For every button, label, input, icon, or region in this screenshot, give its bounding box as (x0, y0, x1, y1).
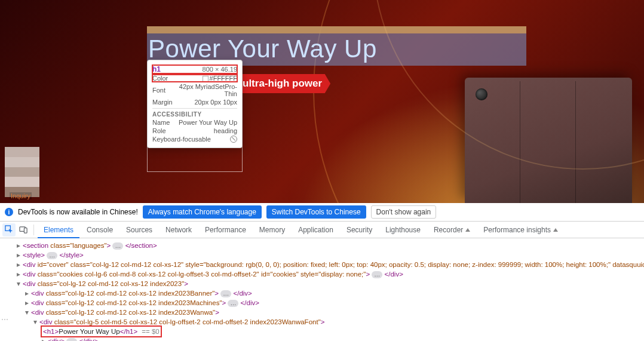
ellipsis-icon[interactable]: … (112, 242, 123, 250)
selected-marker: == $0 (140, 328, 160, 335)
tab-lighthouse[interactable]: Lighthouse (379, 222, 427, 238)
tab-performance-insights[interactable]: Performance insights (477, 222, 564, 238)
tooltip-a11y-kf-label: Keyboard-focusable (152, 136, 211, 143)
tab-application[interactable]: Application (292, 222, 339, 238)
not-focusable-icon (230, 136, 237, 143)
ellipsis-icon[interactable]: … (372, 271, 382, 278)
dom-node-selected[interactable]: <h1>Power Your Way Up</h1> == $0 (8, 327, 644, 336)
tooltip-color-label: Color (152, 75, 168, 82)
expand-caret-icon[interactable]: ▸ (25, 288, 31, 298)
experiment-icon (465, 228, 470, 232)
dom-node[interactable]: ▸<section class="languages"> … </section… (8, 241, 644, 250)
breadcrumb-dots-icon: ⋯ (1, 315, 9, 324)
tooltip-margin-label: Margin (152, 99, 173, 106)
product-logo-dot (476, 88, 487, 100)
ellipsis-icon[interactable]: … (220, 290, 231, 297)
tooltip-dimensions: 800 × 46.19 (203, 66, 237, 73)
expand-caret-icon[interactable]: ▸ (42, 336, 48, 341)
dom-node[interactable]: ▾<div class="col-lg-12 col-md-12 col-xs-… (8, 308, 644, 317)
tooltip-color-value: #FFFFFF (203, 75, 237, 82)
dom-node[interactable]: ▸<div class="col-lg-12 col-md-12 col-xs-… (8, 298, 644, 308)
tooltip-font-label: Font (152, 87, 165, 94)
avatar-pixelated (5, 147, 39, 197)
color-swatch-icon (203, 76, 208, 82)
expand-caret-icon[interactable]: ▸ (17, 250, 23, 260)
tab-memory[interactable]: Memory (253, 222, 291, 238)
svg-rect-2 (24, 228, 27, 233)
tab-performance[interactable]: Performance (199, 222, 252, 238)
tab-elements[interactable]: Elements (38, 222, 79, 238)
tab-network[interactable]: Network (160, 222, 198, 238)
elements-panel[interactable]: ⋯ ▸<section class="languages"> … </secti… (0, 238, 644, 341)
tooltip-a11y-header: ACCESSIBILITY (152, 111, 237, 118)
hero-heading: Power Your Way Up (148, 35, 524, 63)
dismiss-language-button[interactable]: Don't show again (371, 205, 437, 219)
match-language-button[interactable]: Always match Chrome's language (143, 205, 262, 219)
rendered-page: Power Your Way Up ultra-high power h1 80… (0, 0, 644, 203)
collapse-caret-icon[interactable]: ▾ (17, 279, 23, 288)
device-toolbar-icon[interactable] (17, 223, 30, 236)
dom-node[interactable]: ▾<div class="col-lg-5 col-md-5 col-xs-12… (8, 317, 644, 327)
tab-recorder[interactable]: Recorder (428, 222, 476, 238)
dom-node[interactable]: ▸<div class="col-lg-12 col-md-12 col-xs-… (8, 288, 644, 298)
tab-security[interactable]: Security (341, 222, 378, 238)
devtools-language-bar: i DevTools is now available in Chinese! … (0, 203, 644, 222)
tooltip-a11y-name-value: Power Your Way Up (179, 119, 237, 126)
inspect-element-icon[interactable] (2, 223, 16, 236)
dom-node[interactable]: ▸<style> … </style> (8, 250, 644, 260)
tooltip-font-value: 42px MyriadSetPro-Thin (168, 83, 237, 97)
dom-node[interactable]: ▸<div id="cover" class="col-lg-12 col-md… (8, 260, 644, 269)
expand-caret-icon[interactable]: ▸ (17, 269, 23, 279)
tooltip-tag: h1 (152, 65, 161, 73)
tooltip-a11y-role-label: Role (152, 127, 166, 134)
devtools-toolbar: Elements Console Sources Network Perform… (0, 222, 644, 238)
ellipsis-icon[interactable]: … (66, 338, 77, 341)
collapse-caret-icon[interactable]: ▾ (25, 308, 31, 317)
collapse-caret-icon[interactable]: ▾ (33, 317, 39, 327)
hero-sub-badge: ultra-high power (237, 74, 330, 93)
expand-caret-icon[interactable]: ▸ (17, 260, 23, 269)
ellipsis-icon[interactable]: … (47, 252, 57, 259)
switch-language-button[interactable]: Switch DevTools to Chinese (266, 205, 366, 219)
tab-sources[interactable]: Sources (120, 222, 158, 238)
product-image (465, 78, 632, 203)
language-bar-message: DevTools is now available in Chinese! (18, 208, 138, 216)
ellipsis-icon[interactable]: … (228, 300, 238, 307)
expand-caret-icon[interactable]: ▸ (17, 241, 23, 250)
tooltip-a11y-name-label: Name (152, 119, 170, 126)
tab-console[interactable]: Console (81, 222, 119, 238)
expand-caret-icon[interactable]: ▸ (25, 298, 31, 308)
info-icon: i (5, 208, 13, 216)
dom-node[interactable]: ▾<div class="col-lg-12 col-md-12 col-xs-… (8, 279, 644, 288)
tooltip-margin-value: 20px 0px 10px (194, 99, 237, 106)
dom-node[interactable]: ▸<div class="cookies col-lg-6 col-md-8 c… (8, 269, 644, 279)
avatar-label: Inquiry (10, 192, 32, 199)
tooltip-a11y-role-value: heading (214, 127, 237, 134)
element-inspector-tooltip: h1 800 × 46.19 Color #FFFFFF Font 42px M… (147, 60, 243, 148)
dom-node[interactable]: ▸<div> … </div> (8, 336, 644, 341)
experiment-icon (553, 228, 558, 232)
